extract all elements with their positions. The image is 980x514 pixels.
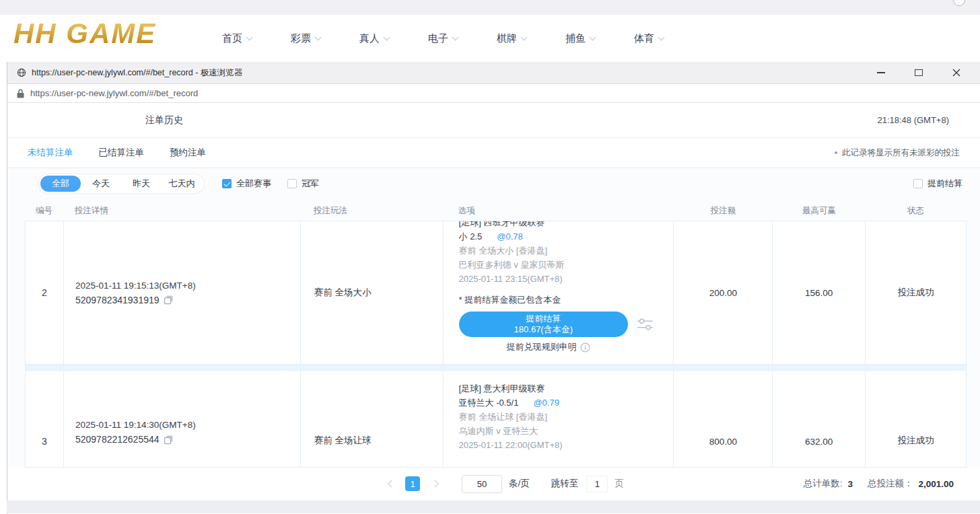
early-settle-checkbox[interactable]: 提前结算 <box>913 178 963 190</box>
option-selection: 亚特兰大 -0.5/1 <box>459 398 519 408</box>
nav-label: 体育 <box>634 32 654 45</box>
all-events-checkbox[interactable]: 全部赛事 <box>222 178 271 190</box>
col-id: 编号 <box>25 205 63 217</box>
nav-item-slots[interactable]: 电子 <box>428 32 458 45</box>
nav-label: 捕鱼 <box>565 32 586 45</box>
chevron-down-icon <box>521 34 528 40</box>
cashout-rule-link[interactable]: 提前兑现规则申明 <box>459 341 638 353</box>
jump-page-input[interactable] <box>586 476 608 492</box>
total-count: 3 <box>847 479 853 489</box>
bet-detail-cell: 2025-01-11 19:14:30(GMT+8) 5209782212625… <box>64 371 301 467</box>
nav-label: 真人 <box>359 32 380 45</box>
col-detail: 投注详情 <box>63 205 300 217</box>
total-amount-label: 总投注额： <box>868 478 913 490</box>
chevron-down-icon <box>658 34 665 40</box>
filter-yesterday[interactable]: 昨天 <box>121 176 162 192</box>
early-settle-label: 提前结算 <box>928 178 963 190</box>
option-cell: [足球] 西班牙甲级联赛 小 2.5@0.78 赛前 全场大小 [香港盘] 巴利… <box>444 221 674 364</box>
table-header: 编号 投注详情 投注玩法 选项 投注额 最高可赢 状态 <box>25 200 967 221</box>
checkbox-checked-icon <box>222 179 232 188</box>
bottom-strip <box>7 501 980 513</box>
row-id: 2 <box>26 221 64 364</box>
tab-unsettled[interactable]: 未结算注单 <box>28 147 73 159</box>
url-text: https://user-pc-new.jylywl.com/#/bet_rec… <box>30 88 198 98</box>
option-cell: [足球] 意大利甲级联赛 亚特兰大 -0.5/1@0.79 赛前 全场让球 [香… <box>444 371 674 467</box>
lock-icon <box>17 89 24 98</box>
cashout-note: * 提前结算金额已包含本金 <box>459 294 654 306</box>
browser-url-bar[interactable]: https://user-pc-new.jylywl.com/#/bet_rec… <box>7 84 980 103</box>
bet-time: 2025-01-11 19:14:30(GMT+8) <box>75 418 300 432</box>
pagination-bar: 1 条/页 跳转至 页 总计单数: 3 总投注额： 2,001.00 <box>7 468 980 500</box>
info-icon[interactable] <box>580 342 590 353</box>
nav-label: 首页 <box>222 32 242 45</box>
table-row: 2 2025-01-11 19:15:13(GMT+8) 52097823419… <box>25 221 967 365</box>
cashout-button[interactable]: 提前结算 180.67(含本金) <box>459 311 629 337</box>
tab-settled[interactable]: 已结算注单 <box>99 147 145 159</box>
window-title: https://user-pc-new.jylywl.com/#/bet_rec… <box>32 67 876 79</box>
nav-label: 电子 <box>428 32 448 45</box>
filter-today[interactable]: 今天 <box>81 176 121 192</box>
window-controls <box>876 68 971 77</box>
max-win: 156.00 <box>773 221 866 364</box>
bet-time: 2025-01-11 19:15:13(GMT+8) <box>75 279 300 293</box>
notice-text: 此记录将显示所有未派彩的投注 <box>842 147 960 159</box>
nav-item-live[interactable]: 真人 <box>359 32 389 45</box>
prev-page-icon[interactable] <box>388 480 395 487</box>
option-match-time: 2025-01-11 23:15(GMT+8) <box>459 272 674 286</box>
cashout-block: * 提前结算金额已包含本金 提前结算 180.67(含本金) <box>459 294 654 353</box>
cashout-button-amount: 180.67(含本金) <box>514 324 573 334</box>
option-match: 巴利亚多利德 v 皇家贝蒂斯 <box>459 258 674 272</box>
bullet-icon <box>835 151 837 154</box>
bet-amount: 200.00 <box>674 221 773 364</box>
globe-icon <box>17 68 26 77</box>
cashout-rule-text: 提前兑现规则申明 <box>507 341 577 353</box>
option-odds: @0.79 <box>533 398 559 408</box>
copy-icon[interactable] <box>164 295 174 305</box>
current-time: 21:18:48 (GMT+8) <box>877 115 949 125</box>
sliders-icon[interactable] <box>636 317 654 332</box>
page-header: 注单历史 21:18:48 (GMT+8) <box>7 103 980 138</box>
tab-reserved[interactable]: 预约注单 <box>170 147 206 159</box>
nav-label: 棋牌 <box>497 32 517 45</box>
browser-title-bar[interactable]: https://user-pc-new.jylywl.com/#/bet_rec… <box>7 62 980 84</box>
close-button[interactable] <box>952 68 961 77</box>
col-amount: 投注额 <box>674 205 773 217</box>
bet-number: 5209782341931919 <box>75 293 160 307</box>
chevron-down-icon <box>452 34 459 40</box>
filter-seven-days[interactable]: 七天内 <box>162 176 202 192</box>
minimize-button[interactable] <box>876 68 886 77</box>
filter-all[interactable]: 全部 <box>40 176 81 192</box>
option-match-time: 2025-01-11 22:00(GMT+8) <box>459 438 674 452</box>
option-market: 赛前 全场让球 [香港盘] <box>459 410 674 424</box>
nav-item-home[interactable]: 首页 <box>222 32 252 45</box>
play-type: 赛前 全场大小 <box>301 221 444 364</box>
champion-checkbox[interactable]: 冠军 <box>287 178 319 190</box>
next-page-icon[interactable] <box>431 480 438 487</box>
champion-label: 冠军 <box>302 178 319 190</box>
chevron-down-icon <box>384 34 390 40</box>
page-size-input[interactable] <box>462 475 502 493</box>
nav-item-cards[interactable]: 棋牌 <box>497 32 526 45</box>
col-play: 投注玩法 <box>300 205 443 217</box>
page-content: 注单历史 21:18:48 (GMT+8) 未结算注单 已结算注单 预约注单 此… <box>7 103 980 513</box>
play-type: 赛前 全场让球 <box>301 371 444 467</box>
option-market: 赛前 全场大小 [香港盘] <box>459 244 674 258</box>
screen: HH GAME 首页 彩票 真人 电子 棋牌 捕鱼 体育 https://use… <box>0 0 980 514</box>
nav-item-sports[interactable]: 体育 <box>634 32 664 45</box>
notice: 此记录将显示所有未派彩的投注 <box>835 147 960 159</box>
logo[interactable]: HH GAME <box>13 17 156 50</box>
row-separator <box>25 365 967 370</box>
total-count-label: 总计单数: <box>804 478 843 490</box>
top-strip <box>0 0 980 15</box>
maximize-button[interactable] <box>914 68 923 77</box>
nav-item-lottery[interactable]: 彩票 <box>291 32 320 45</box>
status-badge: 投注成功 <box>866 371 966 467</box>
copy-icon[interactable] <box>164 435 174 445</box>
date-range-segment: 全部 今天 昨天 七天内 <box>38 174 205 194</box>
option-selection: 小 2.5 <box>459 231 483 242</box>
chevron-down-icon <box>315 34 322 40</box>
table-row: 3 2025-01-11 19:14:30(GMT+8) 52097822126… <box>25 370 967 468</box>
current-page-button[interactable]: 1 <box>405 476 420 491</box>
nav-item-fishing[interactable]: 捕鱼 <box>565 32 595 45</box>
bet-number: 5209782212625544 <box>75 432 160 447</box>
